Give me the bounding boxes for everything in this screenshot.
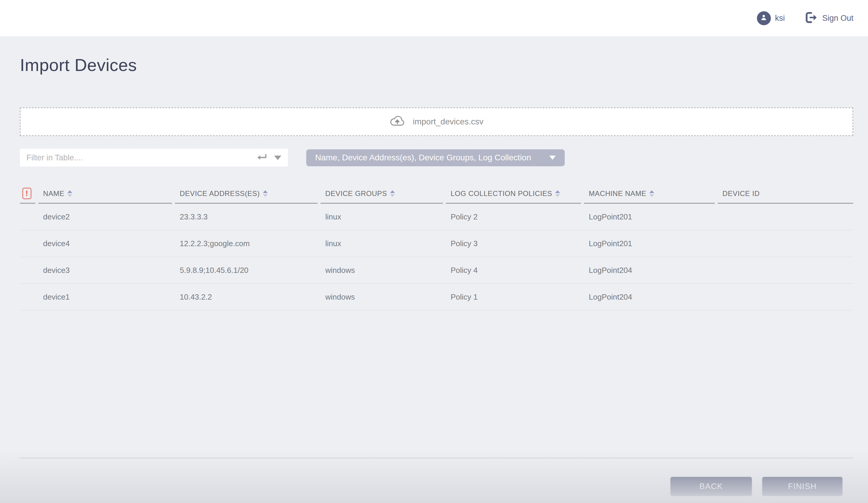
filter-box bbox=[20, 149, 288, 167]
back-button[interactable]: BACK bbox=[670, 477, 752, 496]
cell-addresses: 10.43.2.2 bbox=[175, 293, 318, 302]
cell-groups: windows bbox=[321, 266, 443, 275]
column-header-label: LOG COLLECTION POLICIES bbox=[451, 189, 552, 198]
cell-addresses: 23.3.3.3 bbox=[175, 212, 318, 221]
cell-addresses: 12.2.2.3;google.com bbox=[175, 239, 318, 248]
page-title: Import Devices bbox=[20, 55, 853, 75]
sign-out-label: Sign Out bbox=[822, 14, 854, 23]
table-controls: Name, Device Address(es), Device Groups,… bbox=[20, 149, 853, 167]
footer-actions: BACK FINISH bbox=[20, 477, 853, 496]
column-header-device_id: DEVICE ID bbox=[718, 184, 853, 204]
table-body: device223.3.3.3linuxPolicy 2LogPoint201d… bbox=[20, 204, 853, 311]
sort-icon[interactable] bbox=[649, 190, 654, 197]
top-bar: ksi Sign Out bbox=[0, 0, 868, 36]
filter-dropdown-caret-icon[interactable] bbox=[274, 156, 281, 160]
enter-icon[interactable] bbox=[256, 153, 267, 163]
cell-machine: LogPoint201 bbox=[584, 239, 715, 248]
cell-groups: windows bbox=[321, 293, 443, 302]
sort-icon[interactable] bbox=[390, 190, 395, 197]
username-label: ksi bbox=[775, 14, 785, 23]
cell-policies: Policy 4 bbox=[446, 266, 581, 275]
table-header-row: !NAMEDEVICE ADDRESS(ES)DEVICE GROUPSLOG … bbox=[20, 184, 853, 204]
main-content: Import Devices import_devices.csv bbox=[20, 55, 853, 496]
sort-icon[interactable] bbox=[263, 190, 268, 197]
column-header-warning: ! bbox=[20, 184, 35, 204]
column-header-label: DEVICE ADDRESS(ES) bbox=[180, 189, 260, 198]
uploaded-file-name: import_devices.csv bbox=[413, 117, 483, 126]
sign-out-button[interactable]: Sign Out bbox=[804, 11, 854, 25]
column-header-machine[interactable]: MACHINE NAME bbox=[584, 184, 715, 204]
column-header-label: NAME bbox=[43, 189, 64, 198]
file-dropzone[interactable]: import_devices.csv bbox=[20, 107, 853, 136]
columns-select-value: Name, Device Address(es), Device Groups,… bbox=[315, 153, 531, 163]
cloud-upload-icon bbox=[390, 115, 405, 128]
cell-name: device3 bbox=[38, 266, 172, 275]
column-header-policies[interactable]: LOG COLLECTION POLICIES bbox=[446, 184, 581, 204]
cell-policies: Policy 1 bbox=[446, 293, 581, 302]
column-header-label: DEVICE GROUPS bbox=[325, 189, 387, 198]
user-icon bbox=[760, 13, 768, 23]
searchable-columns-select[interactable]: Name, Device Address(es), Device Groups,… bbox=[306, 149, 565, 166]
columns-select-caret-icon bbox=[549, 156, 556, 160]
table-row: device412.2.2.3;google.comlinuxPolicy 3L… bbox=[20, 230, 853, 257]
column-header-label: DEVICE ID bbox=[722, 189, 760, 198]
cell-machine: LogPoint204 bbox=[584, 293, 715, 302]
sign-out-icon bbox=[804, 11, 817, 25]
content-divider bbox=[20, 458, 853, 459]
cell-name: device2 bbox=[38, 212, 172, 221]
cell-groups: linux bbox=[321, 212, 443, 221]
cell-name: device1 bbox=[38, 293, 172, 302]
sort-icon[interactable] bbox=[68, 190, 72, 197]
cell-policies: Policy 3 bbox=[446, 239, 581, 248]
filter-input[interactable] bbox=[27, 153, 256, 163]
column-header-addresses[interactable]: DEVICE ADDRESS(ES) bbox=[175, 184, 318, 204]
cell-name: device4 bbox=[38, 239, 172, 248]
cell-policies: Policy 2 bbox=[446, 212, 581, 221]
warning-icon: ! bbox=[22, 188, 31, 199]
cell-machine: LogPoint204 bbox=[584, 266, 715, 275]
column-header-label: MACHINE NAME bbox=[589, 189, 647, 198]
table-row: device223.3.3.3linuxPolicy 2LogPoint201 bbox=[20, 204, 853, 230]
table-row: device35.9.8.9;10.45.6.1/20windowsPolicy… bbox=[20, 257, 853, 284]
cell-machine: LogPoint201 bbox=[584, 212, 715, 221]
user-avatar[interactable] bbox=[757, 11, 771, 25]
finish-button[interactable]: FINISH bbox=[762, 477, 843, 496]
cell-addresses: 5.9.8.9;10.45.6.1/20 bbox=[175, 266, 318, 275]
cell-groups: linux bbox=[321, 239, 443, 248]
column-header-name[interactable]: NAME bbox=[38, 184, 172, 204]
sort-icon[interactable] bbox=[555, 190, 560, 197]
table-row: device110.43.2.2windowsPolicy 1LogPoint2… bbox=[20, 284, 853, 311]
column-header-groups[interactable]: DEVICE GROUPS bbox=[321, 184, 443, 204]
